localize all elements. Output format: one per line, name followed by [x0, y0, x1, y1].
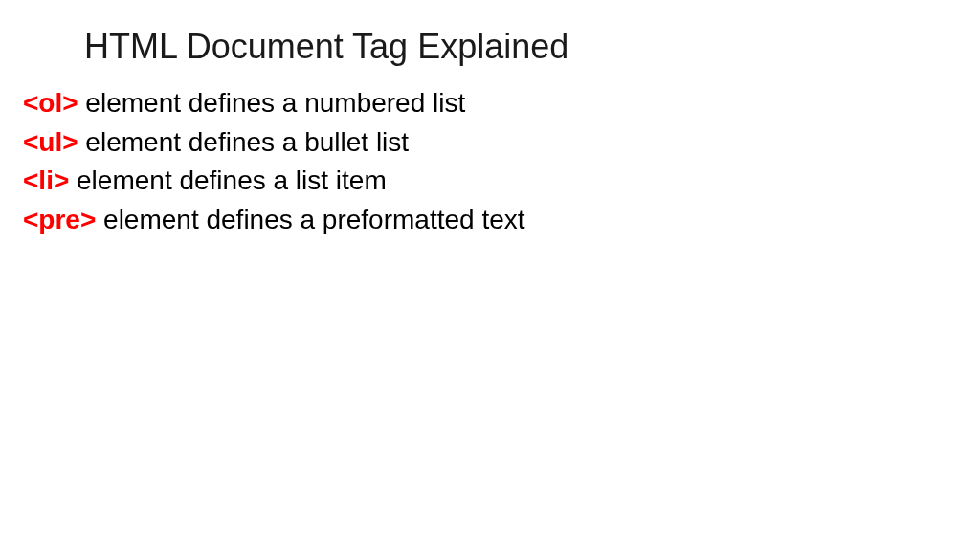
tag-name: <ul>: [23, 127, 78, 157]
tag-name: <li>: [23, 165, 69, 195]
content-block: <ol> element defines a numbered list <ul…: [0, 67, 980, 239]
tag-name: <ol>: [23, 88, 78, 118]
tag-description: element defines a bullet list: [78, 127, 410, 157]
tag-description: element defines a numbered list: [78, 88, 466, 118]
tag-description: element defines a preformatted text: [96, 205, 524, 234]
tag-name: <pre>: [23, 205, 96, 234]
list-item: <li> element defines a list item: [23, 162, 980, 201]
slide-title: HTML Document Tag Explained: [0, 0, 980, 67]
list-item: <pre> element defines a preformatted tex…: [23, 201, 980, 240]
list-item: <ol> element defines a numbered list: [23, 84, 980, 123]
slide: HTML Document Tag Explained <ol> element…: [0, 0, 980, 551]
list-item: <ul> element defines a bullet list: [23, 123, 980, 163]
tag-description: element defines a list item: [69, 165, 387, 195]
